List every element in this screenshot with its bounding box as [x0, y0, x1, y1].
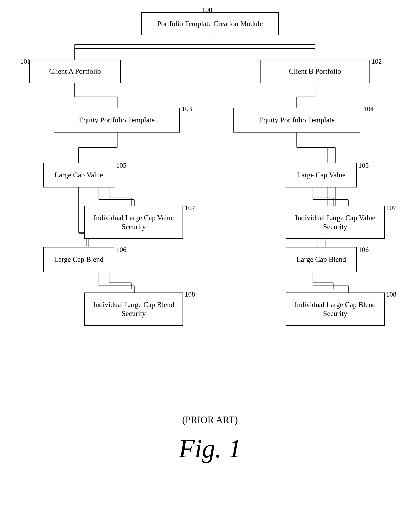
node-largeCapBlendA: Large Cap Blend [43, 247, 114, 272]
label-107-left: 107 [185, 204, 195, 212]
node-largeCapValueA: Large Cap Value [43, 163, 114, 188]
node-indivLargeValueB: Individual Large Cap Value Security [286, 206, 385, 239]
label-105-left: 105 [116, 162, 126, 169]
label-106-right: 106 [358, 246, 369, 253]
label-104: 104 [363, 105, 374, 113]
node-largeCapValueB: Large Cap Value [286, 163, 357, 188]
node-largeCapBlendB: Large Cap Blend [286, 247, 357, 272]
prior-art-section: (PRIOR ART) Fig. 1 [0, 414, 420, 464]
prior-art-label: (PRIOR ART) [0, 414, 420, 425]
node-equityA: Equity Portfolio Template [54, 108, 180, 132]
node-clientB: Client B Portfolio [260, 60, 370, 83]
node-indivLargeBlendA: Individual Large Cap Blend Security [84, 293, 183, 326]
label-108-left: 108 [185, 291, 195, 298]
node-indivLargeValueA: Individual Large Cap Value Security [84, 206, 183, 239]
label-108-right: 108 [386, 291, 396, 298]
fig-label: Fig. 1 [0, 433, 420, 464]
label-107-right: 107 [386, 204, 396, 212]
node-clientA: Client A Portfolio [29, 60, 121, 83]
label-100: 100 [202, 6, 212, 14]
node-root: Portfolio Template Creation Module [141, 12, 279, 35]
label-102: 102 [372, 57, 382, 65]
node-equityB: Equity Portfolio Template [234, 108, 360, 132]
label-105-right: 105 [358, 162, 369, 169]
label-106-left: 106 [116, 246, 126, 253]
label-103: 103 [182, 105, 192, 113]
diagram-area: Portfolio Template Creation Module 100 C… [0, 0, 420, 404]
node-indivLargeBlendB: Individual Large Cap Blend Security [286, 293, 385, 326]
label-101: 101 [20, 57, 31, 65]
